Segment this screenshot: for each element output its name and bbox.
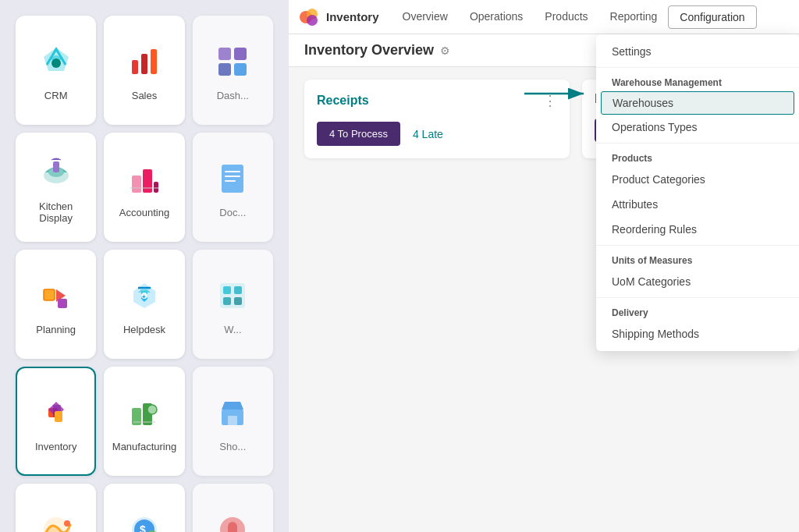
operations-types-item[interactable]: Operations Types (596, 115, 799, 140)
receipts-footer: 4 To Process 4 Late (317, 122, 557, 146)
dashboard-icon (211, 40, 254, 83)
w-label: W... (224, 324, 241, 335)
timeoff-icon (34, 508, 78, 533)
svg-rect-12 (132, 176, 141, 193)
svg-rect-15 (222, 165, 243, 193)
svg-rect-11 (53, 161, 59, 172)
svg-rect-27 (234, 286, 242, 294)
settings-item[interactable]: Settings (596, 39, 799, 64)
svg-rect-13 (143, 169, 152, 193)
divider-4 (596, 297, 799, 298)
nav-products[interactable]: Products (534, 0, 598, 34)
svg-rect-33 (55, 411, 62, 422)
configuration-dropdown: Settings Warehouse Management Warehouses… (596, 34, 799, 351)
accounting-icon (123, 157, 166, 200)
app-icon-planning[interactable]: Planning (16, 250, 96, 359)
app-icon-kitchen[interactable]: Kitchen Display (16, 133, 96, 242)
doc-icon (211, 157, 254, 200)
page-title: Inventory Overview (304, 42, 434, 59)
svg-rect-18 (225, 180, 236, 182)
app-icon-accounting[interactable]: Accounting (104, 133, 184, 242)
crm-icon (34, 40, 78, 83)
nav-configuration[interactable]: Configuration (668, 5, 756, 29)
app-icon-manufacturing[interactable]: Manufacturing (104, 367, 184, 476)
divider-3 (596, 245, 799, 246)
app-icon-a[interactable]: A... (193, 484, 273, 532)
arrow-indicator (523, 84, 593, 103)
receipts-process-button[interactable]: 4 To Process (317, 122, 400, 146)
app-icon-sales[interactable]: Sales (104, 16, 184, 125)
uom-categories-item[interactable]: UoM Categories (596, 269, 799, 294)
crm-label: CRM (44, 90, 68, 101)
svg-rect-16 (225, 171, 240, 172)
svg-rect-46 (228, 522, 237, 533)
sales-label: Sales (132, 90, 158, 101)
app-icon-timeoff[interactable]: Time Off (16, 484, 96, 532)
svg-point-49 (307, 15, 318, 26)
gear-icon[interactable]: ⚙ (440, 44, 450, 57)
app-icon-expenses[interactable]: $ Expenses (104, 484, 184, 532)
planning-icon (34, 274, 78, 317)
sales-icon (123, 40, 166, 83)
svg-rect-26 (223, 286, 231, 294)
svg-text:+: + (142, 293, 146, 300)
receipts-late-label[interactable]: 4 Late (413, 128, 443, 140)
topbar-nav: Overview Operations Products Reporting C… (392, 0, 757, 34)
a-icon (211, 508, 254, 533)
app-icon-w[interactable]: W... (193, 250, 273, 359)
svg-rect-14 (154, 182, 158, 193)
svg-rect-28 (223, 297, 231, 305)
inventory-label: Inventory (35, 441, 76, 452)
receipts-title: Receipts (317, 94, 369, 108)
manufacturing-label: Manufacturing (112, 441, 176, 452)
svg-rect-5 (218, 48, 231, 60)
dashboard-label: Dash... (217, 90, 249, 101)
product-categories-item[interactable]: Product Categories (596, 167, 799, 192)
helpdesk-label: Helpdesk (123, 324, 165, 335)
svg-rect-6 (234, 48, 247, 60)
doc-label: Doc... (219, 207, 246, 218)
app-icon-doc[interactable]: Doc... (193, 133, 273, 242)
svg-text:$: $ (140, 523, 146, 533)
svg-rect-34 (132, 408, 141, 425)
app-icon-shop[interactable]: Sho... (193, 367, 273, 476)
svg-rect-2 (132, 60, 138, 74)
topbar: Inventory Overview Operations Products R… (289, 0, 799, 34)
inventory-icon (34, 391, 78, 434)
warehouse-management-header: Warehouse Management (596, 71, 799, 91)
svg-rect-17 (225, 176, 240, 177)
attributes-item[interactable]: Attributes (596, 192, 799, 217)
receipts-card-header: Receipts ⋮ (317, 92, 557, 109)
reordering-rules-item[interactable]: Reordering Rules (596, 217, 799, 242)
planning-label: Planning (36, 324, 76, 335)
w-icon (211, 274, 254, 317)
svg-point-36 (147, 405, 157, 414)
svg-rect-29 (234, 297, 242, 305)
topbar-appname: Inventory (326, 10, 379, 23)
shop-icon (211, 391, 254, 434)
helpdesk-icon: + (123, 274, 166, 317)
warehouses-item[interactable]: Warehouses (601, 91, 794, 115)
accounting-label: Accounting (119, 207, 169, 218)
kitchen-icon (34, 151, 78, 194)
svg-rect-7 (218, 63, 231, 76)
svg-rect-8 (234, 63, 247, 76)
products-section-header: Products (596, 147, 799, 167)
manufacturing-icon (123, 391, 166, 434)
app-icon-helpdesk[interactable]: + Helpdesk (104, 250, 184, 359)
svg-point-1 (51, 59, 61, 68)
app-icon-crm[interactable]: CRM (16, 16, 96, 125)
svg-rect-4 (151, 49, 157, 74)
nav-operations[interactable]: Operations (459, 0, 534, 34)
app-icon-inventory[interactable]: Inventory (16, 367, 96, 476)
nav-reporting[interactable]: Reporting (599, 0, 669, 34)
delivery-section-header: Delivery (596, 301, 799, 321)
nav-overview[interactable]: Overview (392, 0, 459, 34)
svg-rect-3 (141, 54, 147, 74)
shop-label: Sho... (219, 441, 246, 452)
shipping-methods-item[interactable]: Shipping Methods (596, 321, 799, 346)
app-icon-dashboard[interactable]: Dash... (193, 16, 273, 125)
app-logo (298, 6, 320, 28)
divider-1 (596, 67, 799, 68)
svg-point-40 (64, 520, 70, 527)
